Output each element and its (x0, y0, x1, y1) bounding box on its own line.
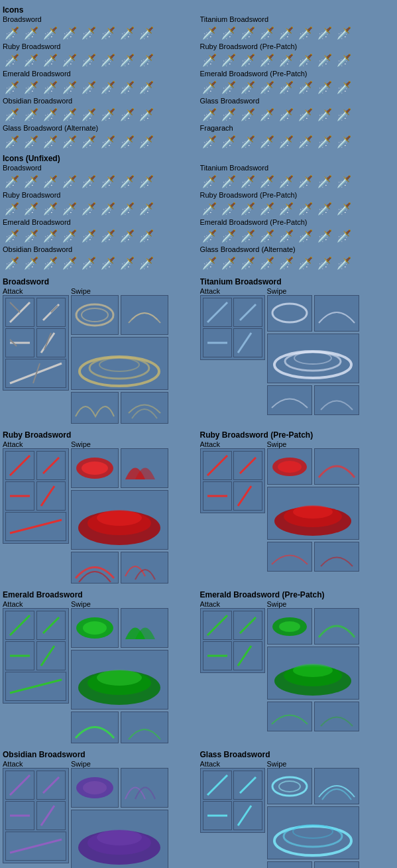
emerald-prepatch-icon-7: 🗡️ (315, 78, 334, 97)
glass-alt-icon-2: 🗡️ (22, 133, 40, 151)
glass-alt-u-icon-1: 🗡️ (200, 254, 219, 273)
broadsword-attack-frames: Attack (3, 287, 69, 424)
gl-frame-3 (203, 801, 232, 830)
emerald-icon-4: 🗡️ (60, 78, 79, 97)
r-frame-3 (5, 481, 34, 511)
broadsword-attack-col: Broadsword Attack (3, 275, 198, 424)
broadsword-frame-grid (5, 298, 66, 388)
ruby-frame-panel (3, 448, 69, 544)
broadsword-swipe-sub: Swipe (71, 287, 168, 295)
glass-alt-u-icon-4: 🗡️ (258, 254, 276, 273)
ruby-prepatch-swipe-sub: Swipe (267, 440, 359, 448)
emerald-attack-row: Emerald Broadsword Attack (3, 588, 394, 743)
broadsword-attack-label: Broadsword (3, 277, 198, 286)
r-frame-4 (36, 481, 66, 511)
ruby-prepatch-unfixed-sprites: 🗡️ 🗡️ 🗡️ 🗡️ 🗡️ 🗡️ 🗡️ 🗡️ (200, 200, 395, 218)
icons-fixed-section: Icons Broadsword 🗡️ 🗡️ 🗡️ 🗡️ 🗡️ 🗡️ 🗡️ 🗡️ (3, 5, 394, 151)
titanium-fixed-sprites: 🗡️ 🗡️ 🗡️ 🗡️ 🗡️ 🗡️ 🗡️ 🗡️ (200, 24, 395, 42)
emerald-prepatch-u-icon-4: 🗡️ (258, 227, 276, 245)
ob-swipe-large (71, 810, 168, 868)
glass-icon-8: 🗡️ (335, 105, 353, 124)
broadsword-u-icon-8: 🗡️ (137, 172, 156, 191)
svg-line-45 (41, 646, 54, 666)
glass-alt-u-icon-6: 🗡️ (296, 254, 315, 273)
emerald-unfixed-col: Emerald Broadsword 🗡️ 🗡️ 🗡️ 🗡️ 🗡️ 🗡️ 🗡️ … (3, 218, 198, 245)
svg-point-76 (279, 781, 300, 792)
titanium-icon-6: 🗡️ (296, 24, 315, 42)
emerald-prepatch-u-icon-3: 🗡️ (239, 227, 257, 245)
ruby-prepatch-swipe-area: Swipe (267, 440, 359, 572)
ruby-u-icon-1: 🗡️ (3, 200, 21, 218)
emerald-prepatch-attack-frames: Attack (200, 600, 265, 731)
titanium-unfixed-col: Titanium Broadsword 🗡️ 🗡️ 🗡️ 🗡️ 🗡️ 🗡️ 🗡️… (200, 164, 395, 191)
svg-line-42 (10, 615, 30, 635)
emerald-fixed-label: Emerald Broadsword (3, 70, 198, 78)
page-wrapper: Icons Broadsword 🗡️ 🗡️ 🗡️ 🗡️ 🗡️ 🗡️ 🗡️ 🗡️ (0, 0, 397, 868)
glass-icon-3: 🗡️ (239, 105, 257, 124)
emerald-icon-8: 🗡️ (137, 78, 156, 97)
b-swipe-large (71, 337, 168, 390)
ruby-frame-grid (5, 451, 66, 541)
obsidian-glass-attack-row: Obsidian Broadsword Attack (3, 747, 394, 868)
glass-alt-unfixed-sprites: 🗡️ 🗡️ 🗡️ 🗡️ 🗡️ 🗡️ 🗡️ 🗡️ (200, 254, 395, 273)
ep-swipe-3 (267, 702, 312, 731)
broadsword-u-icon-3: 🗡️ (41, 172, 60, 191)
emerald-icon-2: 🗡️ (22, 78, 40, 97)
broadsword-fixed-sprites: 🗡️ 🗡️ 🗡️ 🗡️ 🗡️ 🗡️ 🗡️ 🗡️ (3, 24, 198, 42)
emerald-swipe-area: Swipe (71, 600, 168, 743)
obsidian-swipe-sub: Swipe (71, 760, 168, 768)
obsidian-swipe-top (71, 768, 168, 808)
ruby-icon-1: 🗡️ (3, 51, 21, 70)
titanium-icon-7: 🗡️ (315, 24, 334, 42)
svg-line-3 (51, 306, 58, 312)
ruby-prepatch-frame-panel (200, 448, 265, 513)
broadsword-icon-2: 🗡️ (22, 24, 40, 42)
titanium-icon-5: 🗡️ (277, 24, 296, 42)
e-frame-5 (5, 672, 66, 701)
obsidian-icon-3: 🗡️ (41, 105, 60, 124)
fragarach-icon-6: 🗡️ (296, 133, 315, 151)
emerald-prepatch-attack-label: Emerald Broadsword (Pre-Patch) (200, 590, 395, 599)
emerald-prepatch-u-icon-5: 🗡️ (277, 227, 296, 245)
glass-swipe-area: Swipe (267, 760, 359, 868)
b-frame-4 (36, 328, 66, 357)
gl-frame-2 (233, 771, 262, 800)
ruby-prepatch-fixed-label: Ruby Broadsword (Pre-Patch) (200, 42, 395, 50)
glass-alt-u-icon-8: 🗡️ (335, 254, 353, 273)
obsidian-fixed-label: Obsidian Broadsword (3, 97, 198, 105)
rp-frame-1 (203, 451, 232, 480)
titanium-attack-sub: Attack (200, 287, 265, 295)
svg-line-15 (207, 302, 227, 322)
obsidian-glass-icons-row: Obsidian Broadsword 🗡️ 🗡️ 🗡️ 🗡️ 🗡️ 🗡️ 🗡️… (3, 97, 394, 124)
r-frame-1 (5, 451, 34, 480)
ep-swipe-2 (314, 608, 359, 645)
fragarach-icon-7: 🗡️ (315, 133, 334, 151)
titanium-u-icon-8: 🗡️ (335, 172, 353, 191)
ruby-prepatch-frame-grid (203, 451, 262, 511)
glass-alt-icon-8: 🗡️ (137, 133, 156, 151)
ruby-u-icon-3: 🗡️ (41, 200, 60, 218)
b-swipe-3 (71, 392, 119, 424)
ruby-attack-inner: Attack (3, 440, 198, 584)
r-swipe-2 (121, 448, 168, 488)
svg-point-41 (293, 505, 333, 519)
obsidian-unfixed-label: Obsidian Broadsword (3, 245, 198, 253)
t-swipe-3 (267, 385, 312, 415)
emerald-u-icon-8: 🗡️ (137, 227, 156, 245)
titanium-u-icon-3: 🗡️ (239, 172, 257, 191)
ruby-fixed-col: Ruby Broadsword 🗡️ 🗡️ 🗡️ 🗡️ 🗡️ 🗡️ 🗡️ 🗡️ (3, 42, 198, 70)
icons-unfixed-section: Icons (Unfixed) Broadsword 🗡️ 🗡️ 🗡️ 🗡️ 🗡… (3, 154, 394, 273)
titanium-icons-col: Titanium Broadsword 🗡️ 🗡️ 🗡️ 🗡️ 🗡️ 🗡️ 🗡️… (200, 15, 395, 42)
titanium-u-icon-7: 🗡️ (315, 172, 334, 191)
e-frame-3 (5, 641, 34, 670)
ruby-unfixed-label: Ruby Broadsword (3, 191, 198, 199)
obsidian-u-icon-6: 🗡️ (99, 254, 117, 273)
emerald-prepatch-swipe-top (267, 608, 359, 645)
ruby-prepatch-attack-inner: Attack (200, 440, 395, 572)
titanium-swipe-sub: Swipe (267, 287, 359, 295)
ruby-prepatch-u-icon-2: 🗡️ (219, 200, 238, 218)
glass-alt-fixed-label: Glass Broadsword (Alternate) (3, 124, 198, 132)
ruby-prepatch-icon-3: 🗡️ (239, 51, 257, 70)
obsidian-icon-4: 🗡️ (60, 105, 79, 124)
fragarach-fixed-sprites: 🗡️ 🗡️ 🗡️ 🗡️ 🗡️ 🗡️ 🗡️ 🗡️ (200, 133, 395, 151)
